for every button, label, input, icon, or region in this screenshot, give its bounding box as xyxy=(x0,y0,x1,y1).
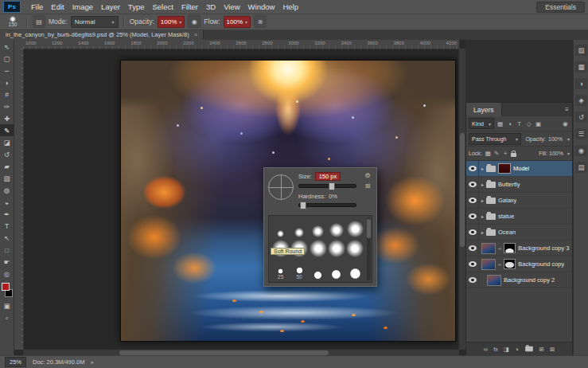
presets-scrollbar[interactable] xyxy=(367,217,371,280)
quick-selection-tool[interactable]: ◗ xyxy=(0,76,14,88)
path-selection-tool[interactable]: ↖ xyxy=(0,232,14,244)
info-panel-icon[interactable]: ◉ xyxy=(575,145,587,156)
new-layer-icon[interactable]: ⊞ xyxy=(539,346,544,353)
filter-pixel-layers-icon[interactable]: ▦ xyxy=(496,119,504,128)
visibility-toggle[interactable] xyxy=(466,225,479,240)
brush-preset-chip[interactable]: 150 xyxy=(4,16,21,27)
group-expand-icon[interactable]: ▸ xyxy=(481,198,484,203)
tab-layers[interactable]: Layers xyxy=(466,103,502,116)
brush-preset[interactable] xyxy=(309,271,327,280)
visibility-toggle[interactable] xyxy=(466,177,479,192)
filter-smart-objects-icon[interactable]: ▣ xyxy=(534,119,543,128)
layer-row-statue[interactable]: ▸statue xyxy=(466,209,572,225)
menu-item-view[interactable]: View xyxy=(220,2,243,11)
eraser-tool[interactable]: ▰ xyxy=(0,160,14,172)
layer-row-model[interactable]: ▸Model xyxy=(466,161,572,177)
hand-tool[interactable]: ☛ xyxy=(0,256,14,268)
filter-kind-dropdown[interactable]: Kind ▾ xyxy=(469,118,494,129)
workspace-switcher-button[interactable]: Essentials xyxy=(536,2,585,13)
visibility-toggle[interactable] xyxy=(466,256,479,272)
move-tool[interactable]: ⇖ xyxy=(0,41,14,53)
brush-preset[interactable]: 25 xyxy=(271,268,290,280)
marquee-tool[interactable]: ▢ xyxy=(0,53,14,65)
close-icon[interactable]: × xyxy=(194,31,198,38)
brush-preset[interactable] xyxy=(346,240,364,257)
airbrush-icon[interactable]: ≋ xyxy=(254,15,267,28)
menu-item-edit[interactable]: Edit xyxy=(47,2,68,11)
brush-preset[interactable]: 50 xyxy=(290,267,308,280)
layer-row-background-copy-2[interactable]: Background copy 2 xyxy=(466,272,572,288)
history-brush-tool[interactable]: ↺ xyxy=(0,148,14,160)
brush-preset[interactable] xyxy=(271,230,290,237)
blend-mode-dropdown[interactable]: Pass Through ▾ xyxy=(469,133,521,145)
visibility-toggle[interactable] xyxy=(466,209,479,224)
group-expand-icon[interactable]: ▸ xyxy=(481,213,484,219)
adjustments-panel-icon[interactable]: ◑ xyxy=(575,78,587,89)
brush-preset[interactable] xyxy=(346,221,364,237)
visibility-toggle[interactable] xyxy=(466,241,479,256)
brush-hardness-slider[interactable] xyxy=(298,203,356,207)
menu-item-window[interactable]: Window xyxy=(244,2,279,11)
add-mask-icon[interactable]: ◨ xyxy=(504,346,509,353)
lasso-tool[interactable]: ∽ xyxy=(0,65,14,76)
type-tool[interactable]: T xyxy=(0,220,14,232)
filter-shape-layers-icon[interactable]: ◇ xyxy=(524,119,533,128)
layer-mask-thumbnail[interactable] xyxy=(498,163,511,174)
visibility-toggle[interactable] xyxy=(466,161,479,176)
layers-opacity-value[interactable]: 100% xyxy=(548,136,563,142)
dodge-tool[interactable]: ◒ xyxy=(0,196,14,208)
shape-tool[interactable]: □ xyxy=(0,244,14,256)
menu-item-filter[interactable]: Filter xyxy=(177,2,202,11)
mode-dropdown[interactable]: Normal ▾ xyxy=(71,16,119,28)
slider-thumb[interactable] xyxy=(300,202,306,209)
layer-mask-thumbnail[interactable] xyxy=(504,259,516,269)
menu-item-3d[interactable]: 3D xyxy=(202,2,220,11)
slider-thumb[interactable] xyxy=(329,182,335,190)
eyedropper-tool[interactable]: ✑ xyxy=(0,100,14,112)
link-layers-icon[interactable]: ∞ xyxy=(484,346,488,353)
opacity-dropdown[interactable]: 100% ▾ xyxy=(158,16,185,28)
group-expand-icon[interactable]: ▸ xyxy=(481,229,484,235)
filter-adjustment-layers-icon[interactable]: ◑ xyxy=(505,119,514,128)
brush-preset[interactable] xyxy=(327,223,345,237)
canvas-viewport[interactable]: Size: 150 px Hardness: 0% ⚙ xyxy=(23,49,459,350)
properties-panel-icon[interactable]: ☰ xyxy=(575,128,587,139)
filter-type-layers-icon[interactable]: T xyxy=(515,119,524,128)
visibility-toggle[interactable] xyxy=(466,193,479,208)
scrollbar-thumb[interactable] xyxy=(460,133,465,248)
panel-menu-icon[interactable]: ≡ xyxy=(562,103,572,116)
filter-toggle-icon[interactable]: ◉ xyxy=(561,119,570,128)
brush-preset[interactable] xyxy=(309,240,327,257)
zoom-level-field[interactable]: 25% xyxy=(5,357,26,367)
brush-panel-toggle-icon[interactable]: ▤ xyxy=(33,15,45,28)
brush-hardness-value[interactable]: 0% xyxy=(329,193,337,200)
fill-value[interactable]: 100% xyxy=(549,151,563,156)
new-group-icon[interactable] xyxy=(525,346,533,351)
screen-mode-icon[interactable]: ▫ xyxy=(0,311,14,323)
gear-icon[interactable]: ⚙ xyxy=(364,172,370,179)
layer-row-background-copy-3[interactable]: ∞Background copy 3 xyxy=(466,241,572,256)
menu-item-help[interactable]: Help xyxy=(278,2,302,11)
layer-mask-thumbnail[interactable] xyxy=(504,243,516,253)
lock-pixels-icon[interactable]: ✎ xyxy=(493,150,500,157)
styles-panel-icon[interactable]: ◈ xyxy=(575,95,587,106)
brush-preset[interactable] xyxy=(327,240,345,257)
lock-transparency-icon[interactable]: ▦ xyxy=(485,150,492,157)
zoom-tool[interactable]: ◎ xyxy=(0,268,14,280)
visibility-toggle[interactable] xyxy=(466,272,479,288)
new-brush-icon[interactable]: ⊞ xyxy=(365,182,371,190)
crop-tool[interactable]: # xyxy=(0,88,14,100)
history-panel-icon[interactable]: ↺ xyxy=(575,112,587,123)
brush-preset[interactable] xyxy=(309,225,327,237)
scrollbar-thumb[interactable] xyxy=(367,219,371,238)
pressure-opacity-icon[interactable]: ◉ xyxy=(188,15,201,28)
layer-effects-icon[interactable]: fx xyxy=(493,346,498,353)
layer-row-ocean[interactable]: ▸Ocean xyxy=(466,225,572,241)
menu-item-select[interactable]: Select xyxy=(148,2,177,11)
layer-thumbnail[interactable] xyxy=(481,259,496,270)
swatches-panel-icon[interactable]: ▦ xyxy=(575,61,587,72)
foreground-color-swatch[interactable] xyxy=(2,283,10,291)
group-expand-icon[interactable]: ▸ xyxy=(481,166,484,171)
brush-preset[interactable] xyxy=(290,228,308,237)
flow-dropdown[interactable]: 100% ▾ xyxy=(224,16,251,28)
